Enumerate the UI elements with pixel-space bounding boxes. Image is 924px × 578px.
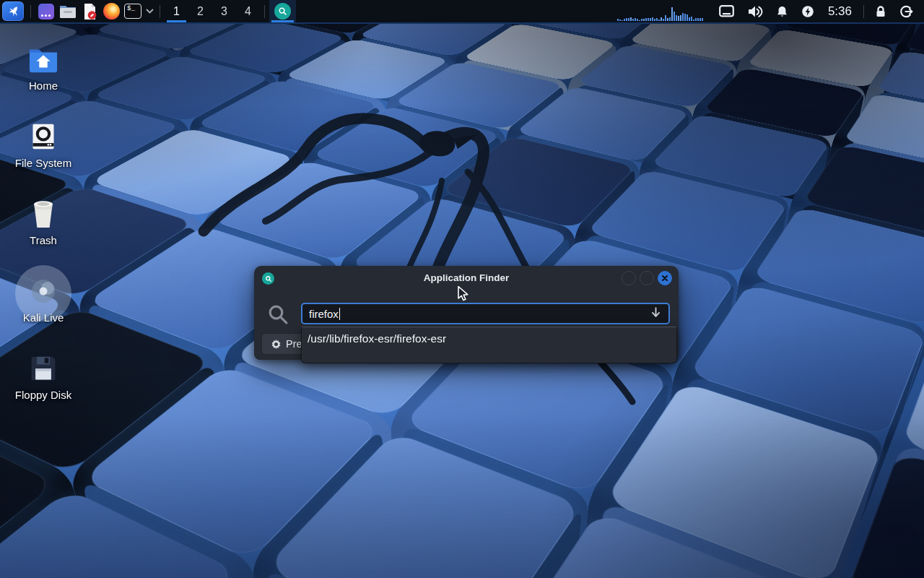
logout-button[interactable] [893,0,920,22]
desktop-icon-floppy-disk[interactable]: Floppy Disk [7,351,79,401]
top-panel: $_ 1 2 3 4 5:36 [0,0,924,24]
terminal-icon: $_ [124,4,141,19]
maximize-button[interactable] [640,271,654,285]
chevron-down-icon [146,9,154,14]
load-graph-bar [684,14,686,21]
drive-icon [7,119,79,154]
launcher-terminal[interactable]: $_ [122,0,144,22]
load-graph-bar [652,17,653,21]
power-manager-tray-button[interactable] [795,0,821,22]
result-item[interactable]: /usr/lib/firefox-esr/firefox-esr [308,331,671,346]
dropdown-arrow-icon[interactable] [650,306,662,322]
desktop-icon-label: Home [7,79,79,92]
workspace-number: 3 [221,5,227,18]
load-graph-bar [626,18,627,21]
applications-menu-button[interactable] [0,0,26,22]
load-graph-bar [628,18,629,21]
lock-icon [875,5,886,18]
launcher-file-manager[interactable] [57,0,79,22]
launcher-firefox[interactable] [100,0,122,22]
desktop-icon-home[interactable]: Home [7,42,79,92]
load-graph-bar [667,18,668,21]
trash-bin-icon [7,197,79,231]
load-graph-bar [671,7,673,21]
search-input[interactable]: firefox [301,303,670,324]
logout-icon [899,5,913,18]
load-graph-bar [656,18,658,21]
desktop-icon-label: Trash [7,234,79,246]
app-finder-magnifier-icon [274,3,291,20]
desktop-icon-file-system[interactable]: File System [7,119,79,169]
load-graph-bar [702,18,703,21]
load-graph-bar [643,19,645,21]
load-graph-bar [689,17,690,21]
load-graph-bar [680,15,681,21]
load-graph-bar [650,18,651,21]
load-graph-bar [678,16,679,21]
workspace-4[interactable]: 4 [236,0,260,22]
load-graph-bar [630,17,632,21]
clock[interactable]: 5:36 [821,4,859,19]
load-graph-bar [641,19,642,21]
application-finder-window-button[interactable] [269,0,296,22]
load-graph-bar [617,19,619,21]
workspace-3[interactable]: 3 [212,0,236,22]
desktop-icon-trash[interactable]: Trash [7,197,79,246]
load-graph-bar [619,20,621,21]
terminal-launcher-menu-arrow[interactable] [144,0,155,22]
display-tray-button[interactable] [712,0,741,22]
workspace-number: 4 [245,5,251,18]
kali-dragon-icon [2,1,24,21]
file-manager-icon [59,4,77,20]
close-button[interactable] [658,271,672,285]
desktop-icon-kali-live[interactable]: Kali Live [7,274,79,324]
application-finder-window: Application Finder firefox Preferences /… [254,266,679,360]
load-graph-bar [654,19,655,21]
text-caret [339,308,341,320]
load-graph-bar [687,14,688,21]
load-graph-bar [658,20,660,21]
home-folder-icon [7,42,79,77]
launcher-text-editor[interactable] [79,0,100,22]
minimize-button[interactable] [622,271,636,285]
power-icon [801,5,814,18]
panel-separator [30,5,31,18]
load-graph-bar [665,15,666,21]
window-title: Application Finder [254,266,679,290]
desktop-icon-label: Floppy Disk [7,389,79,401]
volume-tray-button[interactable] [741,0,770,22]
load-graph-bar [676,15,677,21]
load-graph[interactable] [616,0,707,22]
load-graph-bar [682,13,684,21]
search-results-popup: /usr/lib/firefox-esr/firefox-esr [301,327,677,363]
load-graph-bar [622,20,623,21]
panel-separator [264,5,265,18]
app-window-icon [38,4,54,20]
load-graph-bar [661,17,662,21]
close-icon [661,275,668,282]
workspace-2[interactable]: 2 [188,0,212,22]
workspace-1[interactable]: 1 [165,0,188,22]
load-graph-bar [637,19,638,21]
panel-indicators: 5:36 [616,0,924,22]
load-graph-bar [663,19,664,21]
lock-screen-button[interactable] [868,0,893,22]
load-graph-bar [699,18,701,21]
load-graph-bar [669,17,671,21]
panel-separator [160,5,160,18]
notifications-tray-button[interactable] [770,0,795,22]
volume-icon [747,5,763,18]
load-graph-bar [674,12,675,21]
search-icon [267,303,289,326]
load-graph-bar [645,18,647,21]
notifications-bell-icon [776,5,788,18]
live-disc-icon [7,274,79,309]
desktop-icon-label: File System [7,157,79,169]
launcher-app-window[interactable] [35,0,57,22]
panel-separator [863,5,864,18]
load-graph-bar [648,18,649,21]
text-editor-icon [81,3,98,20]
load-graph-bar [695,18,697,21]
load-graph-bar [691,17,692,21]
display-icon [719,5,734,17]
